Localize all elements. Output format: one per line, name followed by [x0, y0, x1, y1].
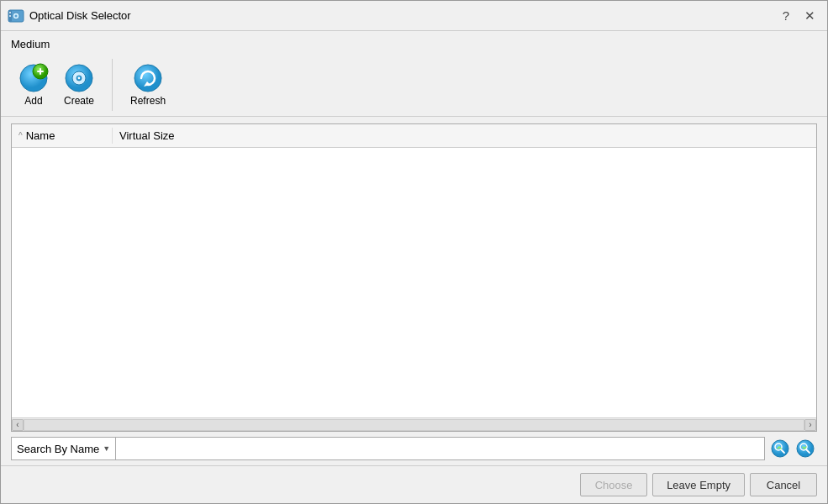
refresh-button[interactable]: Refresh	[123, 59, 173, 111]
svg-point-14	[134, 65, 161, 92]
svg-point-13	[78, 77, 80, 79]
search-next-button[interactable]	[794, 437, 817, 460]
dialog-title: Optical Disk Selector	[29, 9, 778, 22]
help-button[interactable]: ?	[778, 8, 794, 24]
optical-disk-selector-dialog: Optical Disk Selector ? ✕ Medium	[0, 0, 828, 504]
leave-empty-button[interactable]: Leave Empty	[652, 473, 745, 496]
add-button[interactable]: Add	[11, 59, 56, 111]
search-bar: Search By Name ▼	[1, 432, 827, 465]
svg-rect-4	[9, 12, 11, 13]
disk-table: ^ Name Virtual Size ‹ ›	[11, 123, 817, 432]
create-icon	[64, 63, 94, 93]
search-prev-icon	[771, 439, 789, 458]
close-button[interactable]: ✕	[799, 8, 820, 24]
svg-point-2	[15, 14, 18, 17]
svg-rect-5	[9, 15, 11, 17]
toolbar: Add Create	[1, 54, 827, 117]
search-type-dropdown[interactable]: Search By Name ▼	[11, 437, 116, 460]
refresh-icon	[133, 63, 163, 93]
table-body[interactable]	[12, 148, 816, 417]
refresh-label: Refresh	[130, 95, 166, 107]
svg-rect-9	[40, 68, 41, 75]
medium-label: Medium	[1, 31, 827, 54]
search-prev-button[interactable]	[768, 437, 792, 460]
dropdown-arrow-icon: ▼	[103, 444, 110, 453]
add-icon	[18, 63, 49, 93]
col-virtual-size-header: Virtual Size	[113, 128, 816, 144]
scroll-left-arrow[interactable]: ‹	[12, 419, 24, 431]
title-bar: Optical Disk Selector ? ✕	[1, 1, 827, 31]
content-area: ^ Name Virtual Size ‹ ›	[1, 117, 827, 432]
cancel-button[interactable]: Cancel	[750, 473, 817, 496]
col-name-header: ^ Name	[12, 128, 113, 144]
table-header: ^ Name Virtual Size	[12, 124, 816, 148]
search-icons	[768, 437, 817, 460]
title-actions: ? ✕	[778, 8, 820, 24]
horizontal-scrollbar[interactable]: ‹ ›	[12, 417, 816, 431]
search-next-icon	[796, 439, 815, 458]
toolbar-group-main: Add Create	[11, 59, 113, 111]
create-button[interactable]: Create	[56, 59, 102, 111]
dialog-icon	[8, 8, 24, 24]
create-label: Create	[64, 95, 94, 107]
toolbar-group-refresh: Refresh	[123, 59, 183, 111]
footer: Choose Leave Empty Cancel	[1, 465, 827, 503]
add-label: Add	[24, 95, 42, 107]
scroll-right-arrow[interactable]: ›	[804, 419, 816, 431]
choose-button[interactable]: Choose	[580, 473, 647, 496]
search-input[interactable]	[116, 437, 765, 460]
